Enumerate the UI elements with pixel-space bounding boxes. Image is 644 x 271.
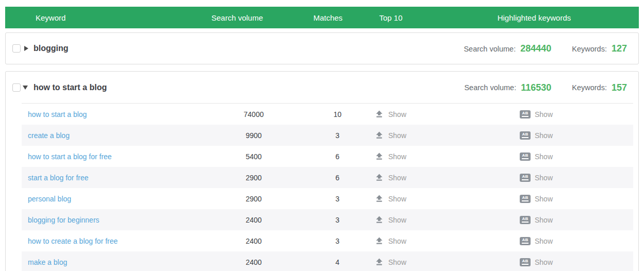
- highlighted-keywords-show-button[interactable]: AB Show: [520, 258, 553, 266]
- show-label: Show: [535, 153, 553, 161]
- top10-show-button[interactable]: Show: [375, 237, 406, 245]
- top10-show-button[interactable]: Show: [375, 174, 406, 182]
- search-volume-label: Search volume:: [464, 44, 516, 53]
- table-header-bar: Keyword Search volume Matches Top 10 Hig…: [5, 7, 639, 28]
- keyword-group-card-blogging: blogging Search volume: 284440 Keywords:…: [5, 32, 639, 64]
- group-stats: Search volume: 116530 Keywords: 157: [464, 82, 627, 93]
- ab-highlight-icon: AB: [520, 258, 531, 266]
- ab-icon-text: AB: [522, 217, 528, 223]
- highlighted-keywords-show-button[interactable]: AB Show: [520, 195, 553, 203]
- show-label: Show: [388, 153, 406, 161]
- highlighted-keywords-show-button[interactable]: AB Show: [520, 110, 553, 118]
- group-title[interactable]: blogging: [34, 44, 69, 53]
- highlighted-keywords-show-button[interactable]: AB Show: [520, 131, 553, 140]
- show-label: Show: [388, 110, 406, 118]
- group-checkbox[interactable]: [12, 44, 21, 53]
- top10-arrow-up-icon: [375, 153, 383, 160]
- keyword-link[interactable]: make a blog: [28, 258, 67, 266]
- keyword-row: personal blog 2900 3 Show AB Show: [22, 188, 633, 209]
- column-header-keyword: Keyword: [36, 13, 65, 22]
- ab-highlight-icon: AB: [520, 195, 531, 203]
- show-label: Show: [388, 174, 406, 182]
- search-volume-value: 5400: [220, 153, 287, 161]
- show-label: Show: [535, 195, 553, 203]
- keyword-link[interactable]: start a blog for free: [28, 174, 89, 182]
- show-label: Show: [535, 131, 553, 140]
- keyword-row: how to create a blog for free 2400 3 Sho…: [22, 230, 633, 251]
- matches-value: 10: [316, 110, 359, 118]
- keyword-group-card-how-to-start-a-blog: how to start a blog Search volume: 11653…: [5, 71, 639, 271]
- top10-arrow-up-icon: [375, 174, 383, 181]
- keyword-link[interactable]: how to start a blog: [28, 110, 87, 118]
- ab-icon-text: AB: [522, 196, 528, 202]
- matches-value: 3: [316, 216, 359, 224]
- search-volume-value: 2900: [220, 195, 287, 203]
- keyword-row: make a blog 2400 4 Show AB Show: [22, 251, 633, 271]
- top10-arrow-up-icon: [375, 216, 383, 224]
- top10-show-button[interactable]: Show: [375, 110, 406, 118]
- matches-value: 3: [316, 195, 359, 203]
- top10-arrow-up-icon: [375, 195, 383, 202]
- top10-show-button[interactable]: Show: [375, 153, 406, 161]
- ab-icon-text: AB: [522, 154, 528, 160]
- highlighted-keywords-show-button[interactable]: AB Show: [520, 216, 553, 224]
- ab-highlight-icon: AB: [520, 216, 531, 224]
- expand-collapsed-icon[interactable]: [24, 46, 28, 51]
- show-label: Show: [535, 110, 553, 118]
- show-label: Show: [535, 174, 553, 182]
- show-label: Show: [535, 258, 553, 266]
- matches-value: 3: [316, 237, 359, 245]
- top10-show-button[interactable]: Show: [375, 131, 406, 140]
- highlighted-keywords-show-button[interactable]: AB Show: [520, 153, 553, 161]
- ab-icon-text: AB: [522, 259, 528, 265]
- show-label: Show: [535, 237, 553, 245]
- search-volume-value: 74000: [220, 110, 287, 118]
- keyword-row: create a blog 9900 3 Show AB Show: [22, 125, 633, 146]
- group-title[interactable]: how to start a blog: [34, 83, 107, 92]
- top10-arrow-up-icon: [375, 237, 383, 245]
- keyword-rows-table: how to start a blog 74000 10 Show AB Sho…: [22, 103, 633, 271]
- matches-value: 6: [316, 174, 359, 182]
- ab-highlight-icon: AB: [520, 237, 531, 245]
- search-volume-value: 2400: [220, 216, 287, 224]
- matches-value: 6: [316, 153, 359, 161]
- keyword-row: start a blog for free 2900 6 Show AB Sho…: [22, 167, 633, 188]
- keyword-link[interactable]: personal blog: [28, 195, 71, 203]
- keywords-label: Keywords:: [572, 83, 607, 92]
- search-volume-value: 2400: [220, 237, 287, 245]
- top10-arrow-up-icon: [375, 258, 383, 266]
- ab-icon-text: AB: [522, 132, 528, 139]
- collapse-expanded-icon[interactable]: [23, 86, 28, 90]
- group-keyword-count-value: 127: [612, 43, 627, 54]
- highlighted-keywords-show-button[interactable]: AB Show: [520, 237, 553, 245]
- ab-icon-text: AB: [522, 111, 528, 117]
- keywords-label: Keywords:: [572, 44, 607, 53]
- keyword-row: how to start a blog 74000 10 Show AB Sho…: [22, 104, 633, 125]
- ab-icon-text: AB: [522, 238, 528, 244]
- column-header-search-volume: Search volume: [201, 13, 273, 22]
- top10-show-button[interactable]: Show: [375, 195, 406, 203]
- keyword-link[interactable]: how to start a blog for free: [28, 153, 112, 161]
- keyword-link[interactable]: how to create a blog for free: [28, 237, 118, 245]
- column-header-top10: Top 10: [365, 13, 417, 22]
- group-search-volume-value: 284440: [520, 43, 551, 54]
- keyword-row: blogging for beginners 2400 3 Show AB Sh…: [22, 209, 633, 230]
- show-label: Show: [388, 131, 406, 140]
- group-stats: Search volume: 284440 Keywords: 127: [464, 43, 627, 54]
- ab-highlight-icon: AB: [520, 131, 531, 140]
- top10-show-button[interactable]: Show: [375, 258, 406, 266]
- keyword-link[interactable]: create a blog: [28, 131, 70, 140]
- ab-highlight-icon: AB: [520, 174, 531, 182]
- group-checkbox[interactable]: [12, 83, 21, 92]
- ab-highlight-icon: AB: [520, 153, 531, 161]
- keyword-link[interactable]: blogging for beginners: [28, 216, 100, 224]
- search-volume-value: 9900: [220, 131, 287, 140]
- ab-highlight-icon: AB: [520, 110, 531, 118]
- top10-arrow-up-icon: [375, 110, 383, 118]
- show-label: Show: [388, 237, 406, 245]
- show-label: Show: [535, 216, 553, 224]
- show-label: Show: [388, 195, 406, 203]
- group-search-volume-value: 116530: [521, 82, 551, 93]
- top10-show-button[interactable]: Show: [375, 216, 406, 224]
- highlighted-keywords-show-button[interactable]: AB Show: [520, 174, 553, 182]
